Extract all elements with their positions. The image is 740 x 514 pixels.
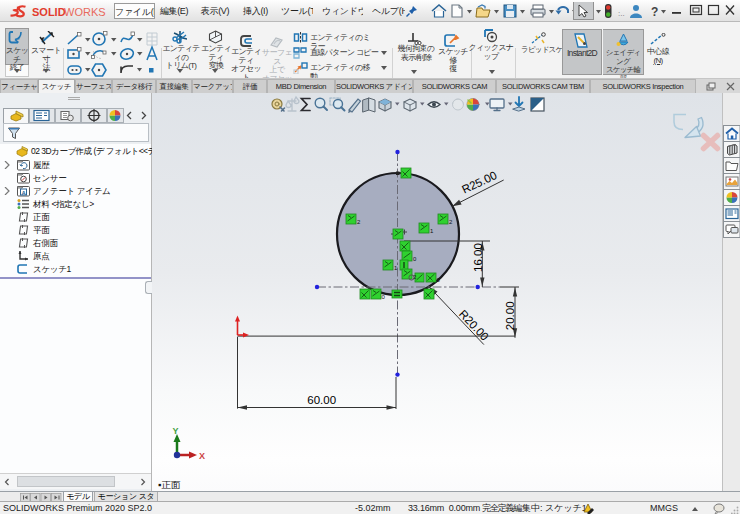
svg-text:Y: Y — [173, 426, 179, 436]
svg-text:20.00: 20.00 — [504, 301, 516, 330]
svg-text:R20.00: R20.00 — [457, 308, 491, 343]
svg-text:?: ? — [651, 5, 658, 19]
svg-text:SOLID: SOLID — [32, 6, 66, 18]
svg-text:16.00: 16.00 — [472, 243, 484, 272]
svg-text:WORKS: WORKS — [64, 6, 106, 18]
svg-text:▪正面: ▪正面 — [158, 479, 181, 490]
svg-text:0: 0 — [382, 294, 386, 300]
svg-text::..: :.. — [618, 9, 625, 18]
svg-text:X: X — [199, 451, 205, 461]
svg-text:60.00: 60.00 — [307, 394, 336, 406]
svg-text:R25.00: R25.00 — [460, 169, 499, 196]
